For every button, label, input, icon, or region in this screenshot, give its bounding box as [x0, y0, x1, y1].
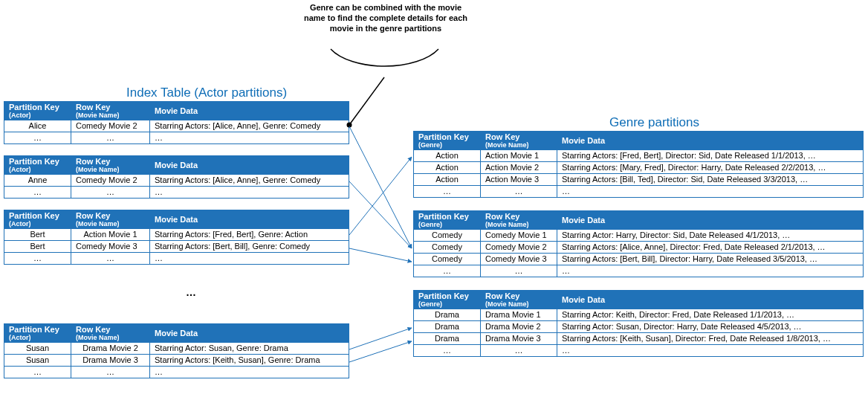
- col-data: Movie Data: [557, 291, 864, 309]
- cell-dots: …: [481, 265, 557, 277]
- cell-data: Starring Actors: [Mary, Fred], Director:…: [557, 161, 864, 173]
- cell-pk: Action: [414, 173, 481, 185]
- table-row-ellipsis: … … …: [4, 366, 349, 378]
- cell-data: Starring Actor: Harry, Director: Sid, Da…: [557, 229, 864, 241]
- col-pk: Partition Key(Genre): [414, 211, 481, 230]
- cell-pk: Action: [414, 161, 481, 173]
- genre-table-3: Partition Key(Genre) Row Key(Movie Name)…: [413, 290, 864, 357]
- cell-pk: Drama: [414, 320, 481, 332]
- cell-dots: …: [557, 185, 864, 197]
- col-rk: Row Key(Movie Name): [71, 324, 150, 343]
- cell-dots: …: [414, 265, 481, 277]
- cell-rk: Drama Movie 2: [481, 320, 557, 332]
- cell-pk: Action: [414, 149, 481, 161]
- right-title: Genre partitions: [609, 115, 699, 130]
- cell-rk: Drama Movie 3: [481, 332, 557, 344]
- cell-data: Starring Actors: [Alice, Anne], Genre: C…: [150, 120, 349, 132]
- cell-rk: Drama Movie 1: [481, 309, 557, 320]
- table-row: Alice Comedy Movie 2 Starring Actors: [A…: [4, 120, 349, 132]
- table-row-ellipsis: … … …: [4, 252, 349, 264]
- cell-data: Starring Actors: [Fred, Bert], Director:…: [557, 149, 864, 161]
- cell-data: Starring Actor: Susan, Genre: Drama: [150, 342, 349, 354]
- cell-pk: Comedy: [414, 253, 481, 265]
- cell-dots: …: [4, 366, 71, 378]
- col-pk: Partition Key(Genre): [414, 132, 481, 150]
- arrow-susan-drama3: [349, 341, 412, 362]
- cell-dots: …: [4, 132, 71, 143]
- cell-dots: …: [71, 132, 150, 143]
- cell-rk: Drama Movie 3: [71, 354, 150, 366]
- table-header-row: Partition Key(Actor) Row Key(Movie Name)…: [4, 156, 349, 175]
- svg-line-0: [349, 77, 384, 125]
- vertical-ellipsis: …: [186, 286, 196, 298]
- cell-dots: …: [150, 366, 349, 378]
- cell-rk: Comedy Movie 1: [481, 229, 557, 241]
- cell-dots: …: [150, 132, 349, 143]
- col-data: Movie Data: [557, 211, 864, 230]
- table-row-ellipsis: … … …: [414, 344, 864, 356]
- col-pk: Partition Key(Genre): [414, 291, 481, 309]
- genre-table-2: Partition Key(Genre) Row Key(Movie Name)…: [413, 210, 864, 277]
- table-row: Comedy Comedy Movie 3 Starring Actors: […: [414, 253, 864, 265]
- cell-rk: Drama Movie 2: [71, 342, 150, 354]
- cell-dots: …: [557, 265, 864, 277]
- cell-dots: …: [150, 252, 349, 264]
- cell-dots: …: [71, 252, 150, 264]
- actor-table-4: Partition Key(Actor) Row Key(Movie Name)…: [4, 323, 349, 378]
- table-row: Susan Drama Movie 2 Starring Actor: Susa…: [4, 342, 349, 354]
- cell-pk: Susan: [4, 342, 71, 354]
- table-header-row: Partition Key(Actor) Row Key(Movie Name)…: [4, 210, 349, 229]
- col-rk: Row Key(Movie Name): [481, 211, 557, 230]
- col-rk: Row Key(Movie Name): [481, 291, 557, 309]
- cell-data: Starring Actors: [Alice, Anne], Director…: [557, 241, 864, 253]
- cell-pk: Anne: [4, 174, 71, 186]
- cell-rk: Comedy Movie 2: [481, 241, 557, 253]
- col-data: Movie Data: [557, 132, 864, 150]
- table-row: Bert Action Movie 1 Starring Actors: [Fr…: [4, 228, 349, 240]
- cell-data: Starring Actors: [Bill, Ted], Director: …: [557, 173, 864, 185]
- table-row-ellipsis: … … …: [4, 132, 349, 143]
- table-row: Drama Drama Movie 3 Starring Actors: [Ke…: [414, 332, 864, 344]
- col-rk: Row Key(Movie Name): [481, 132, 557, 150]
- cell-pk: Comedy: [414, 229, 481, 241]
- arrow-anne-comedy2: [349, 181, 412, 248]
- cell-data: Starring Actor: Susan, Director: Harry, …: [557, 320, 864, 332]
- col-pk: Partition Key(Actor): [4, 324, 71, 343]
- cell-pk: Bert: [4, 228, 71, 240]
- cell-pk: Bert: [4, 240, 71, 252]
- table-row: Drama Drama Movie 2 Starring Actor: Susa…: [414, 320, 864, 332]
- table-row: Drama Drama Movie 1 Starring Actor: Keit…: [414, 309, 864, 320]
- cell-dots: …: [150, 186, 349, 198]
- cell-pk: Comedy: [414, 241, 481, 253]
- table-row: Susan Drama Movie 3 Starring Actors: [Ke…: [4, 354, 349, 366]
- cell-pk: Drama: [414, 309, 481, 320]
- cell-dots: …: [4, 186, 71, 198]
- col-rk: Row Key(Movie Name): [71, 210, 150, 229]
- table-row: Comedy Comedy Movie 1 Starring Actor: Ha…: [414, 229, 864, 241]
- table-row-ellipsis: … … …: [414, 265, 864, 277]
- col-data: Movie Data: [150, 156, 349, 175]
- cell-dots: …: [414, 185, 481, 197]
- arrow-alice-comedy2: [349, 126, 412, 248]
- cell-dots: …: [414, 344, 481, 356]
- cell-dots: …: [71, 186, 150, 198]
- col-rk: Row Key(Movie Name): [71, 102, 150, 120]
- cell-dots: …: [481, 344, 557, 356]
- col-data: Movie Data: [150, 102, 349, 120]
- cell-data: Starring Actors: [Alice, Anne], Genre: C…: [150, 174, 349, 186]
- cell-data: Starring Actors: [Fred, Bert], Genre: Ac…: [150, 228, 349, 240]
- table-row-ellipsis: … … …: [4, 186, 349, 198]
- cell-data: Starring Actors: [Keith, Susan], Genre: …: [150, 354, 349, 366]
- table-row: Bert Comedy Movie 3 Starring Actors: [Be…: [4, 240, 349, 252]
- cell-data: Starring Actors: [Bert, Bill], Genre: Co…: [150, 240, 349, 252]
- arrow-bert-action1: [349, 157, 412, 235]
- cell-pk: Susan: [4, 354, 71, 366]
- cell-data: Starring Actors: [Bert, Bill], Director:…: [557, 253, 864, 265]
- cell-dots: …: [71, 366, 150, 378]
- col-rk: Row Key(Movie Name): [71, 156, 150, 175]
- cell-rk: Action Movie 1: [71, 228, 150, 240]
- cell-dots: …: [481, 185, 557, 197]
- genre-table-1: Partition Key(Genre) Row Key(Movie Name)…: [413, 131, 864, 198]
- cell-pk: Alice: [4, 120, 71, 132]
- callout-text: Genre can be combined with the movie nam…: [300, 3, 471, 33]
